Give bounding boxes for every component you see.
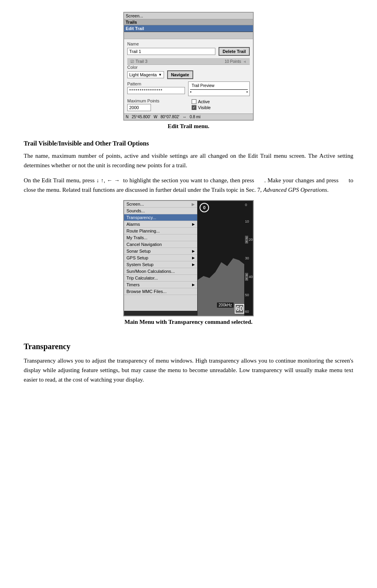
menu-item-screen[interactable]: Screen... ▶ xyxy=(124,201,197,208)
caption2: Main Menu with Transparency command sele… xyxy=(124,319,253,325)
section1-title: Trail Visible/Invisible and Other Trail … xyxy=(24,140,353,147)
screen-menu-item[interactable]: Screen... xyxy=(126,13,143,18)
trail-preview-dot-left: • xyxy=(190,90,192,94)
color-select[interactable]: Light Magenta ▼ xyxy=(127,71,164,78)
section1: Trail Visible/Invisible and Other Trail … xyxy=(24,140,353,195)
menu-item-cancel-nav[interactable]: Cancel Navigation xyxy=(124,241,197,248)
name-input[interactable]: Trail 1 xyxy=(127,48,215,55)
trail3-checkbox: ☑ xyxy=(130,59,134,64)
name-label: Name xyxy=(127,42,250,46)
trails-bar: Trails xyxy=(124,19,253,25)
menu-item-sonar-setup-arrow: ▶ xyxy=(192,249,195,253)
max-points-input[interactable]: 2000 xyxy=(127,104,151,111)
color-value: Light Magenta xyxy=(129,72,157,77)
navigate-button[interactable]: Navigate xyxy=(167,70,193,79)
scale-40: 4x40 xyxy=(245,273,252,281)
status-lon: 80°07.802' xyxy=(160,115,179,119)
menu-item-sun-moon[interactable]: Sun/Moon Calculations... xyxy=(124,268,197,275)
color-row: Light Magenta ▼ Navigate xyxy=(127,70,250,79)
active-checkbox[interactable] xyxy=(192,99,196,104)
menu-item-my-trails[interactable]: My Trails... xyxy=(124,234,197,241)
active-checkbox-row: Active xyxy=(192,99,250,104)
menu-item-route-planning[interactable]: Route Planning... xyxy=(124,228,197,234)
transparency-para: Transparency allows you to adjust the tr… xyxy=(24,356,353,384)
scale-0: 0 xyxy=(245,203,252,207)
main-menu-screenshot-container: Screen... ▶ Sounds... Transparency... Al… xyxy=(24,200,353,333)
pattern-label: Pattern xyxy=(127,81,185,86)
menu-item-sounds-label: Sounds... xyxy=(126,208,145,213)
color-label: Color xyxy=(127,65,250,70)
menu-item-sonar-setup-label: Sonar Setup xyxy=(126,249,151,253)
scale-10: 10 xyxy=(245,219,252,223)
menu-item-sonar-setup[interactable]: Sonar Setup ▶ xyxy=(124,248,197,255)
checkboxes-section: Active ✓ Visible xyxy=(192,98,250,111)
arrows-symbol: ↓ ↑, ← → xyxy=(96,177,120,183)
menu-item-timers-label: Timers xyxy=(126,282,139,287)
status-lat: 25°45.800' xyxy=(132,115,151,119)
scale-30: 30 xyxy=(245,256,252,260)
menu-item-browse-mmc-label: Browse MMC Files... xyxy=(126,289,166,294)
menu-item-system-setup-label: System Setup xyxy=(126,262,153,267)
trail3-arrow: ◄ xyxy=(243,59,247,64)
menu-item-sun-moon-label: Sun/Moon Calculations... xyxy=(126,269,175,274)
scale-2x: 2x xyxy=(245,236,248,244)
menu-item-screen-label: Screen... xyxy=(126,202,144,206)
status-dir-w: W xyxy=(154,115,157,119)
color-dropdown-arrow: ▼ xyxy=(158,73,162,77)
menu-item-alarms[interactable]: Alarms ▶ xyxy=(124,221,197,228)
menu-item-alarms-label: Alarms xyxy=(126,222,140,227)
menu-item-sounds[interactable]: Sounds... xyxy=(124,208,197,214)
menu-item-trip-calc[interactable]: Trip Calculator... xyxy=(124,275,197,282)
pattern-input[interactable]: **************** xyxy=(127,87,185,94)
menu-bottom-space xyxy=(124,295,197,311)
menu-item-system-setup[interactable]: System Setup ▶ xyxy=(124,261,197,268)
edit-trail-screen: Screen... Trails Edit Trail Name Trail 1… xyxy=(123,12,254,121)
menu-item-cancel-nav-label: Cancel Navigation xyxy=(126,242,162,247)
menu-item-system-setup-arrow: ▶ xyxy=(192,263,195,267)
transparency-section: Transparency Transparency allows you to … xyxy=(24,342,353,384)
status-arrows: ↔ xyxy=(183,115,187,119)
scale-4x: 4x xyxy=(245,273,248,281)
edit-trail-screenshot-container: Screen... Trails Edit Trail Name Trail 1… xyxy=(24,12,353,137)
active-label: Active xyxy=(198,99,210,104)
visible-checkbox-row: ✓ Visible xyxy=(192,105,250,110)
name-row: Trail 1 Delete Trail xyxy=(127,47,250,56)
menu-item-gps-setup[interactable]: GPS Setup ▶ xyxy=(124,255,197,261)
section1-para2: On the Edit Trail menu, press ↓ ↑, ← → t… xyxy=(24,176,353,195)
menu-item-alarms-arrow: ▶ xyxy=(192,222,195,226)
max-points-label: Maximum Points xyxy=(127,98,185,103)
menu-item-transparency-label: Transparency... xyxy=(126,215,156,220)
visible-checkbox[interactable]: ✓ xyxy=(192,105,196,110)
sonar-display: 0 0 10 2x20 30 4x40 50 60 xyxy=(198,201,253,316)
trail-preview-line: • • xyxy=(190,89,248,90)
freq-label: 200kHz xyxy=(217,303,234,308)
trail-preview-label: Trail Preview xyxy=(192,83,248,88)
delete-trail-button[interactable]: Delete Trail xyxy=(219,47,250,56)
caption1: Edit Trail menu. xyxy=(168,123,209,130)
transparency-title: Transparency xyxy=(24,342,353,351)
sonar-scale: 0 10 2x20 30 4x40 50 60 xyxy=(244,201,253,316)
scale-50: 50 xyxy=(245,293,252,297)
max-points-section: Maximum Points 2000 Active ✓ Visible xyxy=(127,98,250,111)
main-menu-screen: Screen... ▶ Sounds... Transparency... Al… xyxy=(123,200,254,316)
trail-preview-box: Trail Preview • • xyxy=(188,81,250,96)
menu-item-browse-mmc[interactable]: Browse MMC Files... xyxy=(124,288,197,295)
bottom-zero: 60 xyxy=(235,304,244,314)
screen-statusbar: N 25°45.800' W 80°07.802' ↔ 0.8 mi xyxy=(124,113,253,120)
menu-item-transparency[interactable]: Transparency... xyxy=(124,214,197,221)
trail3-points: 10 Points xyxy=(149,59,241,64)
page-content: Screen... Trails Edit Trail Name Trail 1… xyxy=(24,12,353,384)
trail-preview-dot-right: • xyxy=(246,90,248,94)
menu-item-screen-arrow: ▶ xyxy=(192,202,195,206)
menu-items-panel: Screen... ▶ Sounds... Transparency... Al… xyxy=(124,201,197,311)
menu-item-route-planning-label: Route Planning... xyxy=(126,229,160,233)
status-dir-n: N xyxy=(126,115,128,119)
status-distance: 0.8 mi xyxy=(190,115,200,119)
section1-para1: The name, maximum number of points, acti… xyxy=(24,151,353,170)
bg-row xyxy=(124,32,253,39)
edit-trail-bar: Edit Trail xyxy=(124,25,253,32)
screen-body: Name Trail 1 Delete Trail ☑ Trail 3 10 P… xyxy=(124,39,253,113)
menu-item-gps-setup-arrow: ▶ xyxy=(192,256,195,260)
menu-item-timers[interactable]: Timers ▶ xyxy=(124,282,197,288)
menu-item-my-trails-label: My Trails... xyxy=(126,235,147,240)
